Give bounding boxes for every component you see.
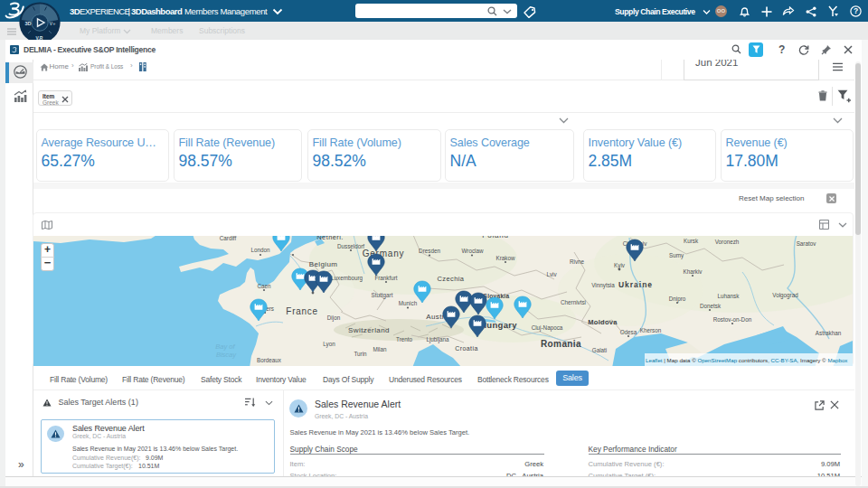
svg-text:London: London bbox=[250, 247, 270, 253]
svg-text:Kyiv: Kyiv bbox=[614, 262, 626, 269]
svg-text:Munich: Munich bbox=[399, 300, 418, 306]
svg-text:Astrakhan: Astrakhan bbox=[816, 330, 842, 336]
svg-text:Rivne: Rivne bbox=[570, 258, 585, 265]
svg-text:Vinnytsia: Vinnytsia bbox=[591, 282, 615, 289]
svg-text:Caen: Caen bbox=[257, 283, 271, 289]
svg-text:Saratov: Saratov bbox=[797, 240, 817, 247]
svg-text:Lyon: Lyon bbox=[323, 341, 335, 348]
svg-text:Wroclaw: Wroclaw bbox=[461, 248, 483, 254]
svg-text:Dijon: Dijon bbox=[327, 314, 341, 322]
svg-text:Kharkiv: Kharkiv bbox=[684, 268, 703, 275]
svg-text:Luhansk: Luhansk bbox=[718, 293, 741, 299]
svg-text:Galati: Galati bbox=[592, 347, 607, 353]
svg-text:Ukraine: Ukraine bbox=[618, 280, 653, 289]
svg-text:Moldova: Moldova bbox=[588, 318, 618, 326]
svg-text:Donetsk: Donetsk bbox=[700, 303, 722, 309]
svg-text:Belgium: Belgium bbox=[309, 260, 338, 268]
svg-text:Odesa: Odesa bbox=[620, 329, 637, 335]
svg-text:Biscay: Biscay bbox=[216, 351, 237, 359]
svg-text:Milan: Milan bbox=[373, 346, 387, 352]
svg-text:Bordeaux: Bordeaux bbox=[257, 357, 282, 363]
svg-text:Frankfurt: Frankfurt bbox=[374, 275, 397, 281]
svg-text:Dresden: Dresden bbox=[419, 248, 440, 254]
svg-text:Cardiff: Cardiff bbox=[220, 236, 237, 241]
svg-text:Dnipro: Dnipro bbox=[669, 296, 686, 303]
svg-text:Cluj-Napoca: Cluj-Napoca bbox=[532, 324, 563, 332]
svg-text:Switzerland: Switzerland bbox=[348, 326, 390, 334]
svg-text:Trento: Trento bbox=[396, 336, 412, 343]
svg-text:Leaflet | Map data © OpenStree: Leaflet | Map data © OpenStreetMap contr… bbox=[646, 357, 848, 363]
svg-text:Luxembourg: Luxembourg bbox=[331, 275, 363, 282]
svg-text:Lviv: Lviv bbox=[546, 271, 557, 277]
svg-text:Ljubljana: Ljubljana bbox=[426, 336, 449, 343]
svg-text:France: France bbox=[286, 306, 317, 316]
svg-text:Rostov-on-Don: Rostov-on-Don bbox=[713, 316, 752, 323]
svg-text:Bay of: Bay of bbox=[215, 343, 235, 351]
svg-text:Germany: Germany bbox=[363, 249, 405, 258]
svg-text:Kherson: Kherson bbox=[640, 327, 662, 333]
svg-text:?: ? bbox=[854, 6, 858, 15]
svg-text:Poland: Poland bbox=[482, 236, 509, 239]
svg-text:Croatia: Croatia bbox=[455, 345, 477, 352]
svg-text:Stuttgart: Stuttgart bbox=[372, 292, 393, 299]
svg-text:Dusseldorf: Dusseldorf bbox=[337, 243, 364, 249]
svg-text:Romania: Romania bbox=[541, 339, 581, 349]
svg-text:Turin: Turin bbox=[354, 351, 367, 357]
svg-text:Krakow: Krakow bbox=[496, 255, 515, 261]
svg-text:Kursk: Kursk bbox=[684, 238, 699, 244]
svg-text:Sumy: Sumy bbox=[669, 252, 684, 259]
svg-text:Netherl.: Netherl. bbox=[316, 236, 343, 241]
svg-text:Czechia: Czechia bbox=[438, 275, 465, 283]
svg-text:Chernivtsi: Chernivtsi bbox=[561, 299, 586, 305]
svg-text:3D: 3D bbox=[25, 21, 32, 26]
svg-text:Voronezh: Voronezh bbox=[715, 239, 740, 245]
svg-text:V+: V+ bbox=[50, 21, 56, 26]
svg-text:Volgograd: Volgograd bbox=[772, 292, 798, 299]
